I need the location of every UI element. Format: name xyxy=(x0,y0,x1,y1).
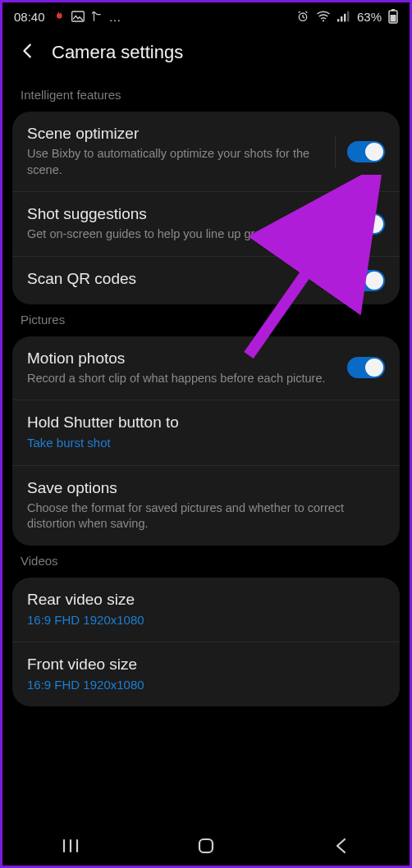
svg-rect-4 xyxy=(341,16,342,21)
fire-icon xyxy=(52,10,65,23)
section-intelligent: Scene optimizer Use Bixby to automatical… xyxy=(12,112,400,304)
row-title: Rear video size xyxy=(27,591,377,609)
svg-rect-6 xyxy=(347,11,349,22)
row-title: Shot suggestions xyxy=(27,205,339,223)
row-title: Motion photos xyxy=(27,349,339,368)
row-scene-optimizer[interactable]: Scene optimizer Use Bixby to automatical… xyxy=(12,112,400,192)
row-title: Scene optimizer xyxy=(27,125,323,143)
svg-rect-14 xyxy=(199,839,213,852)
toggle-divider xyxy=(335,135,336,168)
row-value: 16:9 FHD 1920x1080 xyxy=(27,612,377,628)
phone-screen: 08:40 63% xyxy=(0,0,412,868)
alarm-icon xyxy=(296,10,309,23)
settings-scroll[interactable]: Intelligent features Scene optimizer Use… xyxy=(2,80,410,813)
svg-point-2 xyxy=(323,20,324,21)
section-intelligent-label: Intelligent features xyxy=(12,80,400,112)
section-videos-label: Videos xyxy=(12,546,400,578)
row-value: Take burst shot xyxy=(27,435,377,451)
svg-rect-5 xyxy=(344,14,346,22)
row-front-video-size[interactable]: Front video size 16:9 FHD 1920x1080 xyxy=(12,642,400,706)
row-title: Front video size xyxy=(27,656,377,674)
battery-percent: 63% xyxy=(357,10,382,24)
back-button[interactable] xyxy=(19,42,37,63)
row-hold-shutter[interactable]: Hold Shutter button to Take burst shot xyxy=(12,400,400,465)
nav-home[interactable] xyxy=(181,829,231,862)
toggle-scene-optimizer[interactable] xyxy=(347,141,385,162)
svg-rect-3 xyxy=(337,19,339,21)
toggle-motion-photos[interactable] xyxy=(347,357,385,378)
clock: 08:40 xyxy=(14,10,45,24)
row-subtitle: Use Bixby to automatically optimize your… xyxy=(27,146,323,178)
signal-icon xyxy=(337,11,350,22)
battery-icon xyxy=(388,9,398,24)
picture-icon xyxy=(71,11,85,22)
svg-rect-9 xyxy=(391,15,396,22)
row-subtitle: Record a short clip of what happens befo… xyxy=(27,371,339,387)
more-icon xyxy=(109,10,122,24)
svg-rect-8 xyxy=(391,9,395,11)
row-subtitle: Choose the format for saved pictures and… xyxy=(27,500,377,532)
wifi-icon xyxy=(316,11,331,22)
section-pictures-label: Pictures xyxy=(12,304,400,336)
section-pictures: Motion photos Record a short clip of wha… xyxy=(12,336,400,546)
row-scan-qr[interactable]: Scan QR codes xyxy=(12,257,400,304)
row-value: 16:9 FHD 1920x1080 xyxy=(27,677,377,693)
row-title: Hold Shutter button to xyxy=(27,413,377,432)
row-rear-video-size[interactable]: Rear video size 16:9 FHD 1920x1080 xyxy=(12,578,400,642)
page-title: Camera settings xyxy=(52,42,183,63)
app-header: Camera settings xyxy=(2,27,410,80)
row-title: Save options xyxy=(27,479,377,497)
toggle-scan-qr[interactable] xyxy=(347,270,385,291)
nav-recents[interactable] xyxy=(46,829,95,862)
navigation-bar xyxy=(2,826,410,866)
toggle-shot-suggestions[interactable] xyxy=(347,213,385,235)
network-icon xyxy=(91,11,103,22)
row-title: Scan QR codes xyxy=(27,270,339,288)
status-bar: 08:40 63% xyxy=(2,2,410,27)
row-shot-suggestions[interactable]: Shot suggestions Get on-screen guides to… xyxy=(12,192,400,257)
section-videos: Rear video size 16:9 FHD 1920x1080 Front… xyxy=(12,578,400,707)
nav-back[interactable] xyxy=(317,829,366,862)
row-subtitle: Get on-screen guides to help you line up… xyxy=(27,226,339,243)
row-save-options[interactable]: Save options Choose the format for saved… xyxy=(12,466,400,546)
row-motion-photos[interactable]: Motion photos Record a short clip of wha… xyxy=(12,336,400,401)
